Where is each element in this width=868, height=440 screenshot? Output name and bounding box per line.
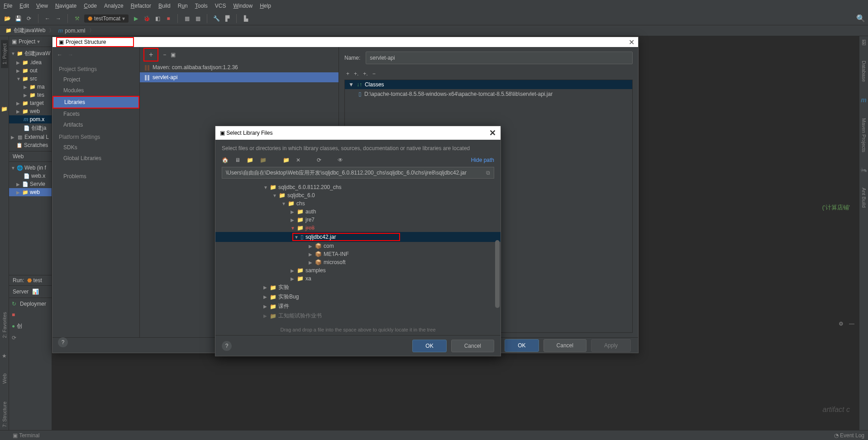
stop-icon[interactable]: ■ xyxy=(165,15,172,22)
menu-file[interactable]: FFileile xyxy=(4,3,12,9)
hide-path-link[interactable]: Hide path xyxy=(471,157,494,163)
tab-project[interactable]: 1: Project xyxy=(1,40,8,68)
debug-icon[interactable]: 🐞 xyxy=(143,15,150,22)
back-icon[interactable]: ← xyxy=(57,52,62,58)
library-maven-fastjson[interactable]: ‖‖Maven: com.alibaba:fastjson:1.2.36 xyxy=(140,62,339,72)
menu-view[interactable]: View xyxy=(36,3,48,9)
tab-structure[interactable]: 7: Structure xyxy=(1,398,8,431)
close-icon[interactable]: ✕ xyxy=(489,128,496,138)
jar-path-node[interactable]: ▯ D:\apache-tomcat-8.5.58-windows-x64\ap… xyxy=(345,89,632,99)
ant-icon[interactable]: 🐜 xyxy=(860,167,867,173)
tab-favorites[interactable]: 2: Favorites xyxy=(1,308,8,341)
back-icon[interactable]: ← xyxy=(44,15,51,22)
terminal-button[interactable]: ▣ Terminal xyxy=(13,432,39,439)
path-input[interactable] xyxy=(226,170,486,176)
stop-icon-2[interactable]: ■ xyxy=(12,312,15,318)
menu-code[interactable]: Code xyxy=(84,3,97,9)
hammer-icon[interactable]: ⚒ xyxy=(73,15,81,22)
close-icon[interactable]: ✕ xyxy=(629,38,634,47)
scrollbar[interactable] xyxy=(495,240,500,308)
ok-button[interactable]: OK xyxy=(505,339,539,352)
run-gear-icon[interactable]: ⚙ xyxy=(839,321,844,327)
new-folder-icon[interactable]: 📁 xyxy=(283,157,290,163)
file-tree[interactable]: ▼📁sqljdbc_6.0.8112.200_chs ▼📁sqljdbc_6.0… xyxy=(215,181,501,326)
project-dropdown[interactable]: Project xyxy=(19,38,35,45)
add-library-button[interactable]: + xyxy=(143,48,158,62)
ps-item-global-libs[interactable]: Global Libraries xyxy=(52,153,139,164)
tool2-icon[interactable]: ▦ xyxy=(194,15,201,22)
add-root-icon2[interactable]: +. xyxy=(354,71,358,77)
module-folder-icon[interactable]: 📁 xyxy=(260,157,267,163)
rerun-icon[interactable]: ↻ xyxy=(12,301,16,307)
path-field[interactable]: ⧉ xyxy=(222,167,494,179)
help-icon[interactable]: ? xyxy=(222,341,232,351)
menu-help[interactable]: Help xyxy=(260,3,271,9)
delete-icon[interactable]: ✕ xyxy=(296,157,300,163)
ps-item-libraries[interactable]: Libraries xyxy=(52,96,139,109)
run-minimize-icon[interactable]: — xyxy=(849,321,854,327)
ok-button[interactable]: OK xyxy=(412,340,446,352)
add-root-icon[interactable]: + xyxy=(346,71,349,77)
cancel-button[interactable]: Cancel xyxy=(544,339,587,352)
add-root-icon3[interactable]: +. xyxy=(363,71,367,77)
refresh-icon[interactable]: ⟳ xyxy=(25,15,33,22)
run-config-selector[interactable]: ⬣ testTomcat ▾ xyxy=(84,14,129,23)
project-tree[interactable]: ▼📁创建javaW ▶📁.idea ▶📁out ▼📁src ▶📁ma ▶📁tes… xyxy=(9,47,52,151)
settings-icon-run[interactable]: ⟳ xyxy=(12,335,16,341)
slf-description: Select files or directories in which lib… xyxy=(215,140,501,156)
coverage-icon[interactable]: ◧ xyxy=(154,15,161,22)
tab-maven[interactable]: Maven Projects xyxy=(860,114,868,156)
open-icon[interactable]: 📂 xyxy=(4,15,11,22)
psb-icon[interactable]: ▛ xyxy=(224,15,231,22)
database-icon[interactable]: 🗄 xyxy=(861,40,867,46)
run-icon[interactable]: ▶ xyxy=(132,15,139,22)
library-servlet-api[interactable]: ‖‖servlet-api xyxy=(140,72,339,82)
menu-refactor[interactable]: Refactor xyxy=(131,3,151,9)
menu-tools[interactable]: Tools xyxy=(195,3,208,9)
menu-analyze[interactable]: Analyze xyxy=(104,3,124,9)
tool-icon[interactable]: ▦ xyxy=(183,15,191,22)
event-log-button[interactable]: ◔ Event Log xyxy=(834,432,864,439)
menu-window[interactable]: Window xyxy=(233,3,253,9)
library-name-input[interactable] xyxy=(366,52,633,64)
project-header-icon: ▣ xyxy=(12,38,17,45)
refresh-icon[interactable]: ⟳ xyxy=(317,157,321,163)
copy-library-button[interactable]: ▣ xyxy=(171,52,176,58)
tab-ant[interactable]: Ant Build xyxy=(860,184,868,211)
breadcrumb-project[interactable]: 创建javaWeb xyxy=(14,27,45,34)
classes-node[interactable]: ▼ ↓↑ Classes xyxy=(345,80,632,89)
menu-run[interactable]: Run xyxy=(178,3,188,9)
ps-item-artifacts[interactable]: Artifacts xyxy=(52,119,139,130)
menu-navigate[interactable]: Navigate xyxy=(55,3,76,9)
desktop-icon[interactable]: 🖥 xyxy=(235,157,240,163)
cancel-button[interactable]: Cancel xyxy=(451,340,494,352)
remove-root-icon[interactable]: − xyxy=(372,71,376,77)
ps-item-problems[interactable]: Problems xyxy=(52,171,139,182)
search-icon[interactable]: 🔍 xyxy=(857,15,864,22)
remove-library-button[interactable]: − xyxy=(163,52,166,58)
ps-item-project[interactable]: Project xyxy=(52,74,139,85)
tab-web[interactable]: Web xyxy=(1,370,8,387)
chart-icon[interactable]: 📊 xyxy=(32,289,39,295)
forward-icon[interactable]: → xyxy=(55,15,62,22)
help-icon[interactable]: ? xyxy=(58,337,68,347)
server-tab[interactable]: Server xyxy=(13,289,29,295)
breadcrumb-file[interactable]: pom.xml xyxy=(65,28,85,34)
menu-vcs[interactable]: VCS xyxy=(215,3,226,9)
maven-icon[interactable]: m xyxy=(861,96,866,104)
vcs-icon[interactable]: ▙ xyxy=(242,15,249,22)
show-hidden-icon[interactable]: 👁 xyxy=(338,157,343,163)
ps-item-sdks[interactable]: SDKs xyxy=(52,142,139,153)
tab-database[interactable]: Database xyxy=(860,57,868,85)
project-folder-icon[interactable]: 📁 xyxy=(247,157,253,163)
apply-button[interactable]: Apply xyxy=(591,339,631,352)
wrench-icon[interactable]: 🔧 xyxy=(213,15,220,22)
forward-icon[interactable]: → xyxy=(68,52,73,58)
menu-edit[interactable]: Edit xyxy=(19,3,29,9)
home-icon[interactable]: 🏠 xyxy=(222,157,229,163)
ps-item-facets[interactable]: Facets xyxy=(52,109,139,119)
ps-item-modules[interactable]: Modules xyxy=(52,85,139,96)
menu-build[interactable]: Build xyxy=(158,3,171,9)
save-icon[interactable]: 💾 xyxy=(14,15,22,22)
history-dropdown-icon[interactable]: ⧉ xyxy=(486,170,490,176)
